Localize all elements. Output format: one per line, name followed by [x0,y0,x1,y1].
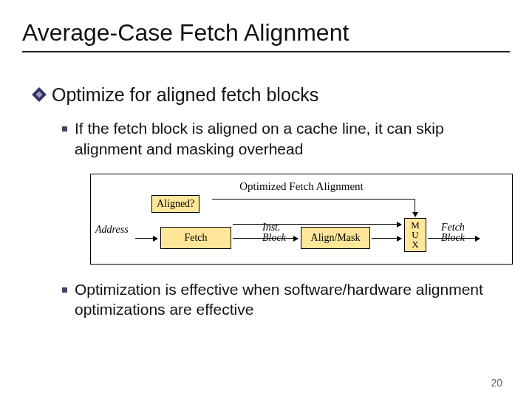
diagram-flow: Address Fetch Inst. Block Align/Mask M U… [100,196,503,253]
slide-title: Average-Case Fetch Alignment [22,19,510,47]
diamond-icon [34,89,44,100]
page-number: 20 [491,377,502,389]
aligned-control-horiz [212,199,415,200]
address-label: Address [95,224,129,236]
arrow-address-to-fetch [135,238,157,239]
diagram-title: Optimized Fetch Alignment [100,180,503,193]
fetch-box: Fetch [160,227,231,249]
arrow-bypass [233,224,401,225]
square-bullet-icon [62,287,67,293]
sub-bullet-1: If the fetch block is aligned on a cache… [62,118,498,159]
title-underline [22,51,510,52]
sub2-text: Optimization is effective when software/… [75,279,498,320]
mux-box: M U X [404,218,426,252]
level1-text: Optimize for aligned fetch blocks [52,83,318,106]
square-bullet-icon [62,126,67,132]
aligned-control-to-mux [415,199,415,216]
align-mask-box: Align/Mask [301,227,370,249]
sub-bullet-2: Optimization is effective when software/… [62,279,498,320]
bullet-level1: Optimize for aligned fetch blocks [34,83,498,106]
inst-block-label: Inst. Block [262,222,295,243]
fetch-block-label: Fetch Block [441,222,477,243]
slide-body: Optimize for aligned fetch blocks If the… [0,58,532,319]
arrow-align-to-mux [372,238,401,239]
sub1-text: If the fetch block is aligned on a cache… [75,118,498,159]
diagram-container: Optimized Fetch Alignment Aligned? Addre… [90,174,513,265]
